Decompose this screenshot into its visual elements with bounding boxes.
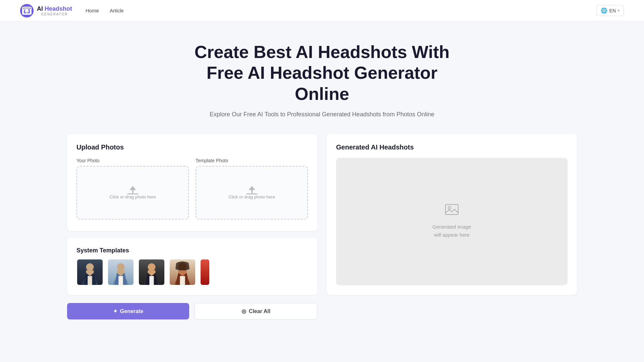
header-left: AI Headshot GENERATOR Home Article bbox=[20, 4, 124, 17]
hero-title: Create Best AI Headshots WithFree AI Hea… bbox=[67, 42, 577, 104]
svg-point-2 bbox=[25, 9, 29, 13]
svg-rect-10 bbox=[148, 263, 156, 271]
generate-icon: ✦ bbox=[113, 308, 117, 314]
header: AI Headshot GENERATOR Home Article 🌐 EN … bbox=[0, 0, 644, 21]
placeholder-line2: will appear here bbox=[434, 232, 470, 238]
generate-button[interactable]: ✦ Generate bbox=[67, 303, 189, 319]
action-buttons: ✦ Generate ◎ Clear All bbox=[67, 303, 317, 319]
template-img-4 bbox=[170, 259, 195, 285]
template-item-1[interactable] bbox=[76, 259, 103, 286]
template-img-1 bbox=[77, 259, 103, 285]
hero-subtitle: Explore Our Free AI Tools to Professiona… bbox=[67, 111, 577, 118]
svg-rect-15 bbox=[180, 276, 185, 285]
globe-icon: 🌐 bbox=[601, 7, 607, 14]
logo-text: AI Headshot GENERATOR bbox=[37, 5, 72, 16]
template-item-2[interactable] bbox=[107, 259, 134, 286]
clear-all-button[interactable]: ◎ Clear All bbox=[195, 303, 317, 319]
svg-rect-7 bbox=[117, 263, 125, 271]
clear-icon: ◎ bbox=[241, 308, 246, 314]
svg-point-0 bbox=[20, 4, 34, 17]
svg-rect-6 bbox=[88, 276, 92, 285]
logo-accent: Headshot bbox=[45, 5, 72, 12]
clear-label: Clear All bbox=[249, 308, 270, 314]
svg-rect-9 bbox=[118, 276, 123, 285]
logo-title: AI Headshot bbox=[37, 5, 72, 12]
svg-rect-16 bbox=[445, 204, 458, 215]
generated-panel-title: Generated AI Headshots bbox=[336, 143, 568, 151]
template-photo-section: Template Photo Click or drag photo here bbox=[196, 158, 308, 220]
upload-row: Your Photo Click or drag photo here bbox=[76, 158, 308, 220]
logo-svg bbox=[20, 4, 34, 17]
svg-rect-12 bbox=[149, 276, 154, 285]
person-svg-4 bbox=[170, 259, 195, 285]
svg-rect-1 bbox=[23, 9, 30, 14]
image-placeholder-icon bbox=[445, 204, 459, 219]
upload-panel: Upload Photos Your Photo Click or drag p… bbox=[67, 134, 317, 231]
nav: Home Article bbox=[86, 6, 124, 15]
templates-panel: System Templates bbox=[67, 238, 317, 295]
template-img-2 bbox=[108, 259, 133, 285]
templates-title: System Templates bbox=[76, 247, 308, 254]
placeholder-line1: Generated image bbox=[432, 224, 471, 230]
svg-rect-4 bbox=[86, 263, 94, 271]
template-img-3 bbox=[139, 259, 164, 285]
generated-panel: Generated AI Headshots Generated image w… bbox=[327, 134, 577, 295]
logo-icon bbox=[20, 4, 34, 17]
upload-arrow-icon-2 bbox=[247, 186, 257, 194]
upload-arrow-icon bbox=[127, 186, 138, 194]
chevron-down-icon: ▾ bbox=[618, 9, 620, 12]
your-photo-label: Your Photo bbox=[76, 158, 189, 163]
person-svg-2 bbox=[108, 259, 133, 285]
template-photo-upload-zone[interactable]: Click or drag photo here bbox=[196, 166, 308, 220]
logo-subtitle: GENERATOR bbox=[37, 12, 72, 16]
your-photo-upload-text: Click or drag photo here bbox=[109, 194, 156, 199]
your-photo-section: Your Photo Click or drag photo here bbox=[76, 158, 189, 220]
svg-point-17 bbox=[448, 206, 451, 209]
template-item-4[interactable] bbox=[169, 259, 196, 286]
generate-label: Generate bbox=[120, 308, 143, 314]
arrow-stem-2 bbox=[251, 190, 253, 193]
template-item-5[interactable] bbox=[200, 259, 210, 286]
content-grid: Upload Photos Your Photo Click or drag p… bbox=[67, 134, 577, 319]
template-img-5 bbox=[201, 259, 210, 285]
main-content: Create Best AI Headshots WithFree AI Hea… bbox=[0, 21, 644, 346]
placeholder-svg bbox=[445, 204, 459, 216]
left-panel: Upload Photos Your Photo Click or drag p… bbox=[67, 134, 317, 319]
arrow-stem bbox=[132, 190, 133, 193]
lang-label: EN bbox=[609, 8, 616, 13]
logo[interactable]: AI Headshot GENERATOR bbox=[20, 4, 72, 17]
template-photo-upload-text: Click or drag photo here bbox=[228, 194, 275, 199]
generated-placeholder-text: Generated image will appear here bbox=[432, 223, 471, 239]
header-right: 🌐 EN ▾ bbox=[596, 5, 624, 16]
person-svg-3 bbox=[139, 259, 164, 285]
person-svg-1 bbox=[77, 259, 103, 285]
templates-grid bbox=[76, 259, 308, 286]
template-photo-label: Template Photo bbox=[196, 158, 308, 163]
nav-article[interactable]: Article bbox=[110, 6, 124, 15]
svg-point-3 bbox=[24, 9, 25, 10]
template-item-3[interactable] bbox=[138, 259, 165, 286]
language-selector[interactable]: 🌐 EN ▾ bbox=[596, 5, 624, 16]
hero-section: Create Best AI Headshots WithFree AI Hea… bbox=[67, 42, 577, 118]
nav-home[interactable]: Home bbox=[86, 6, 99, 15]
your-photo-upload-zone[interactable]: Click or drag photo here bbox=[76, 166, 189, 220]
generated-image-area: Generated image will appear here bbox=[336, 158, 568, 285]
upload-panel-title: Upload Photos bbox=[76, 143, 308, 151]
